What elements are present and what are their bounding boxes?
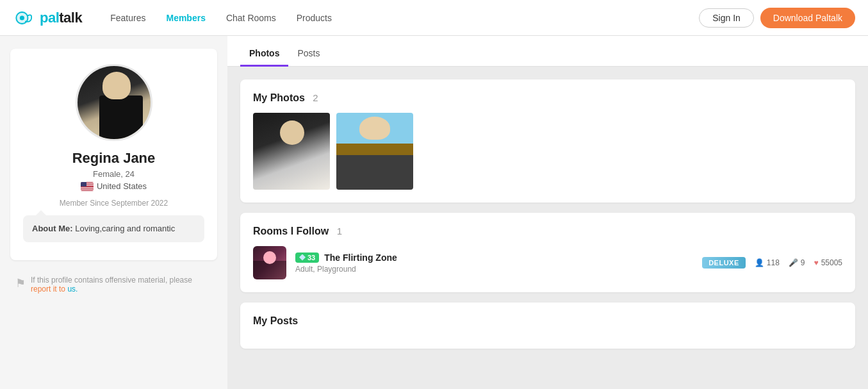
tabs-bar: Photos Posts: [227, 36, 868, 67]
mics-count: 9: [801, 258, 805, 267]
tab-photos[interactable]: Photos: [240, 40, 288, 67]
flag-report-icon: ⚑: [15, 276, 26, 290]
photos-grid: [253, 113, 842, 190]
about-label: About Me:: [32, 224, 73, 233]
room-badge-number: 33: [307, 254, 315, 261]
diamond-icon: [299, 254, 306, 261]
room-sub: Adult, Playground: [295, 265, 693, 274]
room-name-row: 33 The Flirting Zone: [295, 252, 693, 263]
report-link[interactable]: report it to: [31, 285, 65, 294]
content-area: My Photos 2 Rooms I Follow 1: [227, 67, 868, 361]
member-since: Member Since September 2022: [60, 199, 168, 208]
rooms-title: Rooms I Follow 1: [253, 226, 842, 237]
about-text: Loving,caring and romantic: [75, 224, 175, 233]
photos-section: My Photos 2: [240, 79, 855, 203]
members-count: 118: [767, 258, 780, 267]
profile-name: Regina Jane: [72, 150, 156, 167]
nav-members[interactable]: Members: [163, 13, 208, 23]
stat-mics: 🎤 9: [789, 258, 805, 267]
deluxe-badge: DELUXE: [702, 257, 746, 269]
report-text: If this profile contains offensive mater…: [31, 276, 212, 294]
logo-text: paltalk: [40, 10, 82, 26]
posts-title: My Posts: [253, 315, 842, 327]
photos-count: 2: [313, 92, 318, 103]
room-name[interactable]: The Flirting Zone: [324, 252, 397, 263]
mic-icon: 🎤: [789, 258, 798, 267]
nav-right: Sign In Download Paltalk: [699, 8, 855, 28]
likes-count: 55005: [821, 258, 842, 267]
sidebar: Regina Jane Female, 24 United States Mem…: [0, 36, 227, 389]
logo[interactable]: paltalk: [13, 6, 82, 29]
flag-icon: [81, 182, 94, 191]
room-stats: 👤 118 🎤 9 ♥ 55005: [755, 258, 842, 267]
tab-posts[interactable]: Posts: [288, 40, 329, 67]
nav-chatrooms[interactable]: Chat Rooms: [224, 13, 279, 23]
photos-title: My Photos 2: [253, 92, 842, 104]
stat-members: 👤 118: [755, 258, 780, 267]
download-button[interactable]: Download Paltalk: [760, 8, 855, 28]
nav-features[interactable]: Features: [108, 13, 148, 23]
profile-country: United States: [81, 181, 147, 191]
room-avatar: [253, 246, 286, 279]
photo-item-2[interactable]: [336, 113, 413, 190]
navbar: paltalk Features Members Chat Rooms Prod…: [0, 0, 868, 36]
main-content: Photos Posts My Photos 2 Rooms I Follow: [227, 36, 868, 389]
profile-gender-age: Female, 24: [93, 169, 135, 179]
avatar: [76, 64, 152, 141]
stat-likes: ♥ 55005: [814, 258, 843, 267]
flag-us: [81, 182, 94, 191]
room-badge: 33: [295, 252, 319, 263]
posts-section: My Posts: [240, 302, 855, 349]
report-section: ⚑ If this profile contains offensive mat…: [10, 276, 217, 294]
rooms-section: Rooms I Follow 1 33 The Flirting Zone: [240, 213, 855, 292]
room-item: 33 The Flirting Zone Adult, Playground D…: [253, 246, 842, 279]
about-bubble: About Me: Loving,caring and romantic: [23, 215, 204, 242]
avatar-image: [78, 66, 151, 139]
nav-products[interactable]: Products: [294, 13, 334, 23]
page-layout: Regina Jane Female, 24 United States Mem…: [0, 36, 868, 389]
svg-point-2: [20, 15, 24, 20]
room-info: 33 The Flirting Zone Adult, Playground: [295, 252, 693, 274]
country-label: United States: [97, 181, 147, 191]
profile-card: Regina Jane Female, 24 United States Mem…: [10, 49, 217, 260]
report-link2[interactable]: us.: [67, 285, 78, 294]
rooms-count: 1: [337, 226, 342, 236]
members-icon: 👤: [755, 258, 764, 267]
logo-icon: [13, 6, 36, 29]
heart-icon: ♥: [814, 258, 819, 267]
signin-button[interactable]: Sign In: [699, 8, 754, 28]
photo-item-1[interactable]: [253, 113, 330, 190]
